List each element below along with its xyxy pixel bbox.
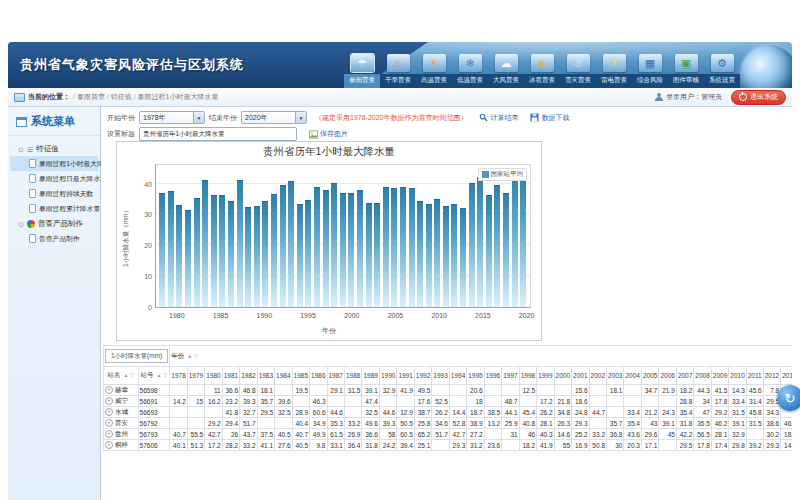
nav-drought-survey[interactable]: ♨干旱普查 [380,44,416,88]
nav-map-review[interactable]: ▣图件审核 [668,44,704,88]
value-cell: 34.6 [432,418,449,429]
year-column-header: 2013 [781,367,792,385]
bar-1980[interactable] [176,205,182,307]
data-download-link[interactable]: 数据下载 [530,113,569,123]
sidebar-group[interactable]: ⊙普查产品制作 [10,216,98,231]
bar-2008[interactable] [417,201,423,307]
value-cell: 40.4 [292,418,309,429]
bar-2007[interactable] [409,188,415,307]
bar-1988[interactable] [245,207,251,307]
save-image-link[interactable]: 保存图片 [309,129,348,139]
bar-1985[interactable] [219,195,225,307]
bar-2013[interactable] [460,208,466,307]
bar-1994[interactable] [297,204,303,307]
nav-rainstorm-survey[interactable]: ☂暴雨普查 [344,44,380,88]
expand-row-icon[interactable]: + [105,441,113,449]
bar-2011[interactable] [443,206,449,307]
sidebar-item[interactable]: 暴雨过程累计降水量 [10,201,98,216]
chevron-down-icon: ▼ [295,112,306,123]
station-name-header[interactable]: 站名▲▽ [104,367,139,385]
bar-1984[interactable] [211,195,217,307]
logout-button[interactable]: 退出系统 [731,90,786,105]
value-cell [659,396,676,407]
bar-2010[interactable] [434,199,440,307]
bar-1992[interactable] [280,185,286,307]
nav-low-temp-survey[interactable]: ❄低温普查 [452,44,488,88]
expand-row-icon[interactable]: + [105,386,113,394]
bar-1981[interactable] [185,210,191,307]
bar-1999[interactable] [340,193,346,307]
bar-1989[interactable] [254,206,260,307]
comprehensive-risk-icon: ▦ [639,54,662,72]
value-cell: 39.4 [397,440,414,451]
bar-1990[interactable] [262,201,268,307]
bar-1991[interactable] [271,194,277,307]
expander-icon[interactable]: ⊙ [18,146,24,153]
expander-icon[interactable]: ⊙ [18,221,24,228]
bar-1986[interactable] [228,201,234,307]
bar-1982[interactable] [194,198,200,307]
sidebar-item[interactable]: 普查产品制作 [10,231,98,246]
nav-hail-survey[interactable]: ◈冰雹普查 [524,44,560,88]
breadcrumb-part[interactable]: 暴雨普查 [77,93,105,100]
bar-1997[interactable] [323,190,329,307]
value-cell: 18.7 [467,407,484,418]
bar-2009[interactable] [426,204,432,307]
expand-row-icon[interactable]: + [105,419,113,427]
sort-icon[interactable]: ▲ [157,372,162,378]
bar-2001[interactable] [357,190,363,307]
nav-lightning-survey[interactable]: ⚡雷电普查 [596,44,632,88]
document-icon [29,189,36,198]
sort-icon[interactable]: ▲ [187,353,192,359]
expand-row-icon[interactable]: + [105,397,113,405]
filter-icon[interactable]: ▽ [163,372,167,378]
bar-2020[interactable] [520,175,526,307]
bar-1996[interactable] [314,187,320,307]
sidebar-group[interactable]: ⊙☰特征值 [10,141,98,156]
breadcrumb-part[interactable]: 暴雨过程1小时最大降水量 [138,93,219,100]
bar-2000[interactable] [348,193,354,307]
bar-2002[interactable] [366,203,372,307]
sort-icon[interactable]: ▲ [123,372,128,378]
station-id-header[interactable]: 站号▲▽ [138,367,170,385]
bar-1987[interactable] [237,180,243,307]
bar-1998[interactable] [331,183,337,307]
nav-high-temp-survey[interactable]: ☀高温普查 [416,44,452,88]
floating-refresh-widget[interactable]: ↻ [777,385,800,411]
breadcrumb-part[interactable]: 特征值 [111,93,132,100]
bar-2014[interactable] [469,183,475,307]
bar-1983[interactable] [202,180,208,307]
sidebar-item[interactable]: 暴雨过程日最大降水量 [10,171,98,186]
bar-1978[interactable] [159,193,165,307]
nav-comprehensive-risk[interactable]: ▦综合风险 [632,44,668,88]
expand-row-icon[interactable]: + [105,430,113,438]
bar-2016[interactable] [486,195,492,307]
bar-2015[interactable] [477,177,483,307]
sidebar-item[interactable]: 暴雨过程持续天数 [10,186,98,201]
bar-2006[interactable] [400,187,406,307]
calc-results-link[interactable]: 计算结果 [479,113,518,123]
bar-2003[interactable] [374,203,380,307]
bar-2004[interactable] [383,187,389,307]
bar-2018[interactable] [503,193,509,307]
bar-2012[interactable] [451,204,457,307]
start-year-select[interactable]: 1978年 ▼ [139,111,205,124]
end-year-select[interactable]: 2020年 ▼ [241,111,307,124]
filter-icon[interactable]: ▽ [194,353,198,359]
chart-title-input[interactable] [139,127,297,141]
x-tick-label: 1980 [164,312,190,319]
sidebar-item[interactable]: 暴雨过程1小时最大降水量 [10,156,98,171]
nav-gale-survey[interactable]: ☁大风普查 [488,44,524,88]
bar-1993[interactable] [288,181,294,307]
nav-system-settings[interactable]: ⚙系统设置 [704,44,740,88]
bar-2005[interactable] [391,188,397,307]
x-tick-label: 2005 [382,312,408,319]
bar-2019[interactable] [512,172,518,307]
year-group-header[interactable]: 年份▲▽ [170,346,792,367]
bar-1995[interactable] [305,200,311,307]
expand-row-icon[interactable]: + [105,408,113,416]
nav-snow-disaster-survey[interactable]: ☃雪灾普查 [560,44,596,88]
bar-2017[interactable] [494,185,500,307]
bar-1979[interactable] [168,191,174,307]
filter-icon[interactable]: ▽ [130,372,134,378]
